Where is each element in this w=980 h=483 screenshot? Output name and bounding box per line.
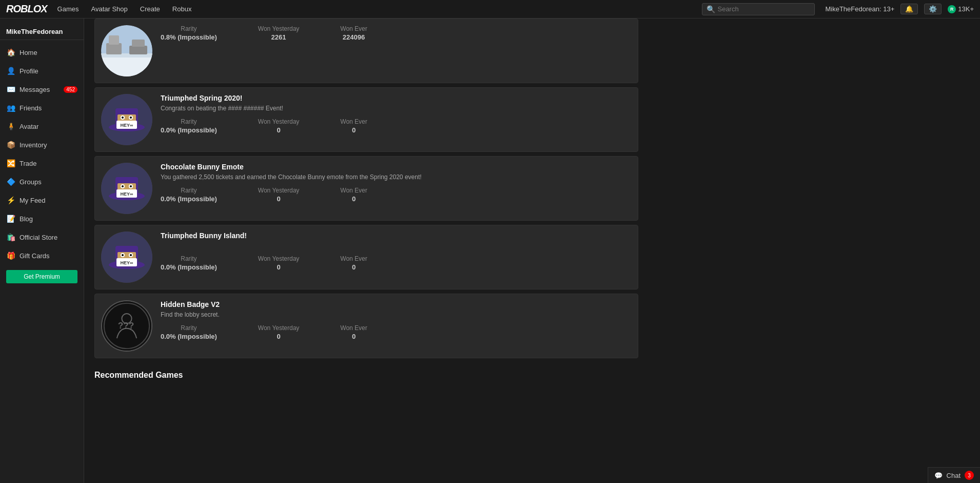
groups-icon: 🔷 (6, 177, 15, 186)
badge-stats-snowy: Rarity 0.8% (Impossible) Won Yesterday 2… (161, 25, 632, 41)
stat-won-ever-3: Won Ever 0 (340, 187, 367, 203)
svg-point-26 (130, 185, 132, 187)
sidebar-item-official-store[interactable]: 🛍️ Official Store (0, 228, 84, 246)
sidebar-item-trade[interactable]: 🔀 Trade (0, 154, 84, 172)
sidebar-label-groups: Groups (19, 178, 42, 186)
sidebar-label-blog: Blog (19, 215, 33, 223)
badge-title-chocolate-bunny: Chocolate Bunny Emote (161, 163, 632, 171)
content-area: Rarity 0.8% (Impossible) Won Yesterday 2… (84, 18, 649, 395)
svg-point-36 (130, 254, 132, 256)
stat-rarity-4: Rarity 0.0% (Impossible) (161, 255, 217, 271)
sidebar-item-messages[interactable]: ✉️ Messages 452 (0, 80, 84, 99)
stat-rarity-5: Rarity 0.0% (Impossible) (161, 324, 217, 340)
sidebar-label-official-store: Official Store (19, 234, 57, 241)
stat-won-yesterday-5: Won Yesterday 0 (258, 324, 300, 340)
sidebar-label-gift-cards: Gift Cards (19, 252, 50, 260)
badge-stats-triumphed-spring: Rarity 0.0% (Impossible) Won Yesterday 0… (161, 118, 632, 134)
chat-bar[interactable]: 💬 Chat 3 (928, 467, 980, 483)
sidebar-label-avatar: Avatar (19, 123, 38, 130)
badge-stats-hidden: Rarity 0.0% (Impossible) Won Yesterday 0… (161, 324, 632, 340)
sidebar-label-my-feed: My Feed (19, 197, 46, 204)
nav-right: MikeTheFedorean: 13+ 🔔 ⚙️ R 13K+ (825, 4, 974, 14)
svg-point-15 (122, 117, 124, 119)
home-icon: 🏠 (6, 48, 15, 57)
sidebar-item-profile[interactable]: 👤 Profile (0, 62, 84, 80)
chat-label: Chat (947, 472, 961, 479)
badge-title-hidden: Hidden Badge V2 (161, 300, 632, 308)
sidebar-label-friends: Friends (19, 104, 42, 112)
sidebar-item-friends[interactable]: 👥 Friends (0, 99, 84, 117)
svg-rect-6 (132, 40, 145, 47)
notifications-button[interactable]: 🔔 (900, 4, 918, 14)
badge-image-snowy (101, 25, 152, 76)
badge-stats-chocolate-bunny: Rarity 0.0% (Impossible) Won Yesterday 0… (161, 187, 632, 203)
robux-display: R 13K+ (948, 5, 974, 13)
avatar-icon: 🧍 (6, 122, 15, 131)
stat-won-yesterday-3: Won Yesterday 0 (258, 187, 300, 203)
nav-links: Games Avatar Shop Create Robux (57, 5, 702, 13)
sidebar-label-profile: Profile (19, 67, 38, 75)
sidebar: MikeTheFedorean 🏠 Home 👤 Profile ✉️ Mess… (0, 18, 84, 483)
badge-item-snowy: Rarity 0.8% (Impossible) Won Yesterday 2… (94, 18, 638, 83)
stat-rarity-2: Rarity 0.0% (Impossible) (161, 118, 217, 134)
badge-item-hidden: ??? Hidden Badge V2 Find the lobby secre… (94, 294, 638, 358)
svg-point-25 (122, 185, 124, 187)
badge-image-triumphed-spring: HEY∞ (101, 94, 152, 145)
svg-rect-3 (106, 43, 122, 54)
badge-image-chocolate-bunny: HEY∞ (101, 163, 152, 214)
messages-icon: ✉️ (6, 85, 15, 94)
search-input[interactable] (717, 5, 810, 13)
sidebar-item-my-feed[interactable]: ⚡ My Feed (0, 191, 84, 209)
nav-games[interactable]: Games (57, 5, 79, 13)
get-premium-button[interactable]: Get Premium (6, 270, 77, 283)
badge-desc-triumphed-spring: Congrats on beating the #### ###### Even… (161, 104, 632, 113)
messages-badge: 452 (64, 86, 77, 93)
sidebar-label-inventory: Inventory (19, 141, 47, 149)
profile-icon: 👤 (6, 66, 15, 75)
badge-details-hidden: Hidden Badge V2 Find the lobby secret. R… (161, 300, 632, 340)
badge-stats-triumphed-bunny: Rarity 0.0% (Impossible) Won Yesterday 0… (161, 255, 632, 271)
nav-robux[interactable]: Robux (172, 5, 192, 13)
sidebar-label-messages: Messages (19, 86, 50, 93)
stat-won-ever-2: Won Ever 0 (340, 118, 367, 134)
sidebar-item-home[interactable]: 🏠 Home (0, 43, 84, 62)
main-content: Rarity 0.8% (Impossible) Won Yesterday 2… (84, 18, 980, 483)
inventory-icon: 📦 (6, 140, 15, 149)
svg-point-16 (130, 117, 132, 119)
sidebar-item-inventory[interactable]: 📦 Inventory (0, 136, 84, 154)
badge-details-triumphed-bunny: Triumphed Bunny Island! Rarity 0.0% (Imp… (161, 231, 632, 271)
robux-icon: R (948, 5, 956, 13)
stat-won-ever-5: Won Ever 0 (340, 324, 367, 340)
sidebar-label-trade: Trade (19, 160, 36, 167)
svg-text:HEY∞: HEY∞ (121, 260, 134, 265)
badge-desc-chocolate-bunny: You gathered 2,500 tickets and earned th… (161, 173, 632, 182)
my-feed-icon: ⚡ (6, 196, 15, 205)
friends-icon: 👥 (6, 103, 15, 112)
stat-won-ever: Won Ever 224096 (340, 25, 367, 41)
badge-details-snowy: Rarity 0.8% (Impossible) Won Yesterday 2… (161, 25, 632, 41)
sidebar-username: MikeTheFedorean (0, 24, 84, 40)
badge-title-triumphed-bunny: Triumphed Bunny Island! (161, 231, 632, 240)
svg-text:HEY∞: HEY∞ (121, 123, 134, 128)
svg-point-35 (122, 254, 124, 256)
sidebar-item-blog[interactable]: 📝 Blog (0, 209, 84, 228)
badge-item-triumphed-spring: HEY∞ Triumphed Spring 2020! Congrats on … (94, 87, 638, 152)
nav-create[interactable]: Create (140, 5, 160, 13)
sidebar-label-home: Home (19, 49, 37, 56)
blog-icon: 📝 (6, 214, 15, 223)
sidebar-item-gift-cards[interactable]: 🎁 Gift Cards (0, 246, 84, 265)
recommended-games-title: Recommended Games (94, 362, 638, 385)
search-bar[interactable]: 🔍 (702, 3, 815, 15)
robux-amount-value: 13K+ (958, 5, 974, 13)
search-icon: 🔍 (707, 5, 715, 13)
badge-image-triumphed-bunny: HEY∞ (101, 231, 152, 283)
roblox-logo[interactable]: ROBLOX (6, 3, 47, 15)
svg-rect-4 (109, 35, 119, 45)
settings-button[interactable]: ⚙️ (924, 4, 942, 14)
stat-rarity: Rarity 0.8% (Impossible) (161, 25, 217, 41)
sidebar-item-groups[interactable]: 🔷 Groups (0, 172, 84, 191)
gift-cards-icon: 🎁 (6, 251, 15, 260)
nav-avatar-shop[interactable]: Avatar Shop (91, 5, 127, 13)
top-nav: ROBLOX Games Avatar Shop Create Robux 🔍 … (0, 0, 980, 18)
sidebar-item-avatar[interactable]: 🧍 Avatar (0, 117, 84, 136)
